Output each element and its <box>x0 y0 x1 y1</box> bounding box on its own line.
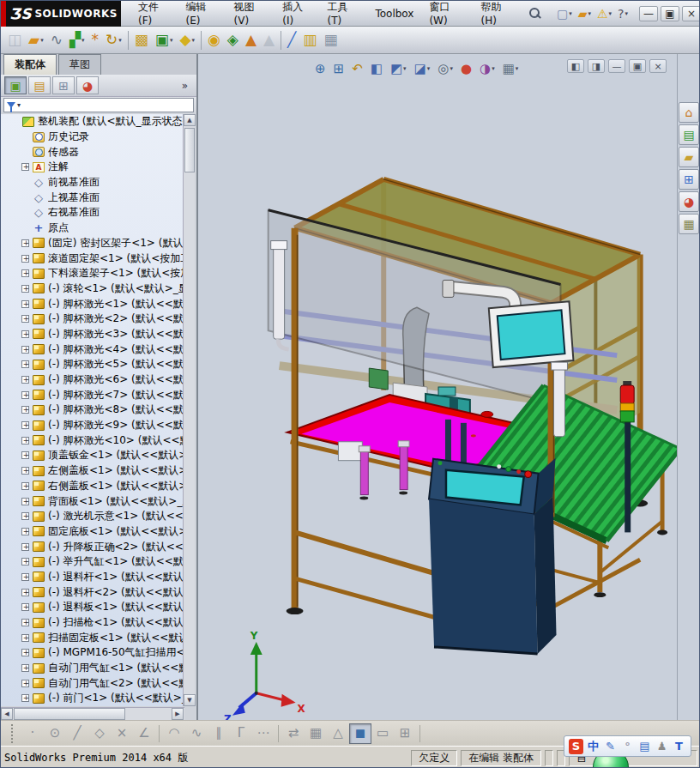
view-settings-icon[interactable]: ▦ ▾ <box>499 57 522 80</box>
tree-item[interactable]: (-) 扫描枪<1> (默认<<默认>_ <box>1 615 184 631</box>
menu-window[interactable]: 窗口(W) <box>422 0 472 30</box>
close-button[interactable]: × <box>682 6 700 21</box>
expand-toggle-icon[interactable] <box>21 451 29 459</box>
tree-item[interactable]: (-) 脚杯激光<7> (默认<<默认 <box>1 387 184 402</box>
tree-item[interactable]: (-) 退料板<1> (默认<<默认>_ <box>1 600 184 615</box>
hide-show-items-icon[interactable]: ◎ ▾ <box>434 57 456 80</box>
design-library-icon[interactable]: ▤ <box>679 124 699 145</box>
configurationmanager-tab[interactable]: ⊞ <box>52 76 75 94</box>
tree-item[interactable]: 历史记录 <box>1 130 184 145</box>
centerline-icon[interactable]: ⋯ <box>252 723 275 744</box>
view-palette-icon[interactable]: ⊞ <box>679 169 699 190</box>
menu-help[interactable]: 帮助(H) <box>474 0 521 30</box>
tree-item[interactable]: 左侧盖板<1> (默认<<默认>_显 <box>1 463 184 479</box>
tree-item[interactable]: (-) 退料杆<1> (默认<<默认>_ <box>1 570 184 585</box>
triangle-icon[interactable]: △ <box>327 723 349 744</box>
tree-item[interactable]: 右侧盖板<1> (默认<<默认>_显 <box>1 479 184 494</box>
ime-chinese-icon[interactable]: 中 <box>586 739 600 754</box>
assembly-features-icon[interactable]: ▣ ▾ <box>152 29 177 51</box>
expand-toggle-icon[interactable] <box>21 255 29 263</box>
zoom-area-icon[interactable]: ⊞ ▾ <box>330 57 348 80</box>
exploded-view-icon[interactable]: ▩ ▾ <box>131 29 152 51</box>
pane-left-icon[interactable]: ◧ <box>567 59 584 73</box>
offset-entities-icon[interactable]: ∥ <box>208 723 230 744</box>
appearances-icon[interactable]: ◕ <box>679 191 699 212</box>
graphics-viewport[interactable]: ⊕ ▾ ⊞ ▾ ↶ ▾ ◧ ▾ ◩ <box>198 54 679 720</box>
expand-toggle-icon[interactable] <box>21 649 29 656</box>
tree-item[interactable]: 注解 <box>1 160 184 175</box>
mass-properties-icon[interactable]: ▥ ▾ <box>299 29 320 51</box>
tree-item[interactable]: 整机装配 (默认<默认_显示状态- <box>1 114 184 130</box>
solidworks-resources-icon[interactable]: ⚠ ▾ <box>594 4 614 23</box>
menu-view[interactable]: 视图(V) <box>227 0 275 30</box>
expand-toggle-icon[interactable] <box>21 346 29 354</box>
manager-overflow-chevron[interactable]: » <box>182 80 193 92</box>
single-viewport-icon[interactable]: ▭ <box>371 723 394 744</box>
insert-components-icon[interactable]: ◫ ▾ <box>4 29 25 51</box>
grid-icon[interactable]: ▦ <box>305 723 327 744</box>
tree-item[interactable]: 前视基准面 <box>1 175 184 190</box>
menu-toolbox[interactable]: Toolbox <box>368 4 420 23</box>
tab-assembly[interactable]: 装配体 <box>3 54 57 75</box>
tab-sketch[interactable]: 草图 <box>58 54 101 75</box>
home-icon[interactable]: ⌂ <box>679 102 699 123</box>
tree-item[interactable]: (-) 举升气缸<1> (默认<<默认 <box>1 554 184 570</box>
help-icon[interactable]: ? ▾ <box>615 4 631 23</box>
menu-edit[interactable]: 编辑(E) <box>178 0 225 30</box>
expand-toggle-icon[interactable] <box>21 664 29 672</box>
convert-entities-icon[interactable]: ⇄ <box>282 723 305 744</box>
expand-toggle-icon[interactable] <box>21 376 29 384</box>
tree-item[interactable]: 顶盖钣金<1> (默认<<默认>_显 <box>1 448 184 463</box>
smart-fasteners-icon[interactable]: * ▾ <box>88 29 103 51</box>
tree-item[interactable]: (-) 脚杯激光<9> (默认<<默认 <box>1 418 184 433</box>
tree-item[interactable]: (-) 脚杯激光<10> (默认<<默认 <box>1 432 184 448</box>
tree-item[interactable]: (-) 滚轮<1> (默认<默认>_显 <box>1 281 184 297</box>
tree-item[interactable]: 下料滚道架子<1> (默认<按加工 <box>1 266 184 281</box>
expand-toggle-icon[interactable] <box>21 680 29 687</box>
menu-insert[interactable]: 插入(I) <box>275 0 318 30</box>
menu-file[interactable]: 文件(F) <box>131 0 177 30</box>
tree-item[interactable]: 上视基准面 <box>1 190 184 205</box>
tree-item[interactable]: (-) 激光机示意<1> (默认<<默 <box>1 509 184 524</box>
tree-item[interactable]: (-) 脚杯激光<5> (默认<<默认 <box>1 357 184 372</box>
expand-toggle-icon[interactable] <box>21 285 29 293</box>
tree-item[interactable]: (-) 退料杆<2> (默认<<默认>_ <box>1 584 184 600</box>
tree-item[interactable]: (-) 脚杯激光<4> (默认<<默认 <box>1 342 184 357</box>
apply-scene-icon[interactable]: ◑ ▾ <box>476 57 498 80</box>
restore-button[interactable]: ▣ <box>661 6 679 21</box>
expand-toggle-icon[interactable] <box>21 300 29 308</box>
measure-icon[interactable]: ╱ ▾ <box>284 29 299 51</box>
linear-component-pattern-icon[interactable]: ▞ ▾ <box>66 29 88 51</box>
model-canvas[interactable]: Y X Z <box>198 54 679 720</box>
ime-pen-icon[interactable]: ✎ <box>603 739 618 754</box>
sketch-angle-icon[interactable]: ∠ <box>133 723 155 744</box>
expand-toggle-icon[interactable] <box>21 603 29 611</box>
search-icon[interactable] <box>527 6 542 21</box>
open-document-icon[interactable]: ▰ ▾ <box>576 4 594 23</box>
scroll-right-button[interactable]: ▶ <box>172 708 184 720</box>
tree-filter-input[interactable]: ▾ <box>3 98 194 112</box>
expand-toggle-icon[interactable] <box>21 330 29 338</box>
featuremanager-tab[interactable]: ▣ <box>4 76 27 94</box>
spline-icon[interactable]: ∿ <box>185 723 208 744</box>
expand-toggle-icon[interactable] <box>21 391 29 399</box>
expand-toggle-icon[interactable] <box>21 619 29 626</box>
expand-toggle-icon[interactable] <box>21 589 29 596</box>
corner-icon[interactable]: Γ <box>230 723 252 744</box>
move-component-icon[interactable]: ↻ ▾ <box>102 29 125 51</box>
doc-restore-icon[interactable]: ▣ <box>629 59 646 73</box>
previous-view-icon[interactable]: ↶ ▾ <box>348 57 366 80</box>
reference-geometry-icon[interactable]: ◆ ▾ <box>176 29 198 51</box>
tree-item[interactable]: (-) 脚杯激光<1> (默认<<默认 <box>1 296 184 311</box>
pane-right-icon[interactable]: ◨ <box>588 59 605 73</box>
menu-tools[interactable]: 工具(T) <box>321 0 367 30</box>
file-explorer-icon[interactable]: ▰ <box>679 147 699 167</box>
polygon-icon[interactable]: ◇ <box>88 723 111 744</box>
custom-properties-icon[interactable]: ▦ <box>679 214 699 234</box>
line-icon[interactable]: ╱ <box>66 723 88 744</box>
sogou-logo-icon[interactable]: S <box>569 739 583 754</box>
expand-toggle-icon[interactable] <box>21 558 29 565</box>
view-orientation-icon[interactable]: ◩ ▾ <box>387 57 410 80</box>
tree-item[interactable]: 背面板<1> (默认<<默认>_显示 <box>1 493 184 509</box>
interference-detection-icon[interactable]: ▲ ▾ <box>242 29 260 51</box>
